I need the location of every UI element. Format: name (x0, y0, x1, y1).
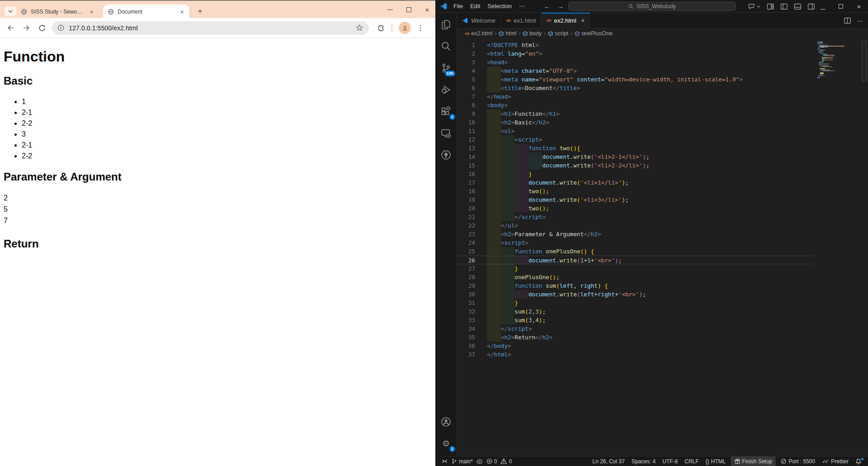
git-branch-status[interactable]: main* (449, 456, 475, 466)
code-line-6[interactable]: 6<title>Document</title> (457, 84, 814, 92)
minimap[interactable] (817, 42, 855, 78)
code-line-24[interactable]: 24<script> (457, 238, 814, 247)
new-tab-button[interactable]: + (195, 6, 205, 17)
code-line-31[interactable]: 31} (457, 299, 814, 307)
nav-back-icon[interactable]: ← (544, 3, 550, 10)
nav-forward-icon[interactable]: → (558, 3, 564, 10)
minimize-button[interactable] (814, 0, 832, 13)
menu-edit[interactable]: Edit (467, 1, 484, 11)
code-line-23[interactable]: 23<h2>Parameter & Argument</h2> (457, 230, 814, 238)
copilot-chat-button[interactable] (749, 4, 760, 10)
tab-ex2[interactable]: <> ex2.html × (541, 13, 590, 29)
language-mode[interactable]: {} HTML (704, 456, 728, 466)
tab-search-button[interactable] (5, 6, 16, 16)
code-line-14[interactable]: 14document.write('<li>2-1</li>'); (457, 152, 814, 161)
code-line-28[interactable]: 28onePlusOne(); (457, 273, 814, 281)
sync-changes-button[interactable] (475, 456, 485, 466)
code-line-2[interactable]: 2<html lang="en"> (457, 49, 814, 58)
code-line-19[interactable]: 19document.write('<li>3</li>'); (457, 195, 814, 204)
code-line-17[interactable]: 17document.write('<li>1</li>'); (457, 178, 814, 187)
code-line-30[interactable]: 30document.write(left+right+'<br>'); (457, 290, 814, 299)
forward-button[interactable] (20, 22, 32, 34)
code-line-29[interactable]: 29function sum(left, right) { (457, 281, 814, 290)
code-line-5[interactable]: 5<meta name="viewport" content="width=de… (457, 75, 814, 84)
url-text[interactable]: 127.0.0.1:5500/ex2.html (69, 24, 351, 32)
activity-github[interactable] (435, 144, 457, 166)
activity-run-debug[interactable] (435, 79, 457, 100)
menu-more[interactable]: ⋯ (515, 1, 529, 11)
code-line-3[interactable]: 3<head> (457, 58, 814, 67)
activity-explorer[interactable] (435, 14, 457, 35)
address-bar[interactable]: 127.0.0.1:5500/ex2.html (52, 21, 369, 35)
code-line-8[interactable]: 8<body> (457, 101, 814, 109)
code-line-35[interactable]: 35<h2>Return</h2> (457, 333, 814, 342)
code-line-16[interactable]: 16} (457, 170, 814, 178)
minimize-button[interactable] (387, 10, 393, 10)
menu-file[interactable]: File (450, 1, 467, 11)
code-line-36[interactable]: 36</body> (457, 342, 814, 350)
browser-menu-kebab-icon[interactable]: ⋮ (417, 24, 424, 32)
activity-source-control[interactable]: 10K (435, 57, 457, 79)
back-button[interactable] (5, 22, 16, 34)
code-line-27[interactable]: 27} (457, 264, 814, 273)
problems-warnings[interactable]: 0 (499, 456, 514, 466)
remote-indicator[interactable] (440, 456, 449, 466)
code-line-25[interactable]: 25function onePlusOne() { (457, 247, 814, 256)
finish-setup-button[interactable]: Finish Setup (731, 456, 776, 466)
toggle-panel-icon[interactable] (794, 4, 801, 10)
code-line-15[interactable]: 15document.write('<li>2-2</li>'); (457, 161, 814, 170)
breadcrumb-script[interactable]: script (548, 30, 568, 37)
code-line-33[interactable]: 33sum(3,4); (457, 316, 814, 324)
more-actions-icon[interactable]: ⋯ (857, 17, 863, 24)
profile-avatar[interactable] (399, 22, 411, 34)
maximize-button[interactable] (406, 7, 411, 12)
close-tab-icon[interactable]: × (581, 17, 585, 24)
breadcrumb-html[interactable]: html (499, 30, 516, 37)
settings-button[interactable]: ⚙ 1 (435, 433, 457, 454)
customize-layout-icon[interactable] (767, 4, 774, 10)
live-server-port[interactable]: Port : 5500 (779, 456, 817, 466)
code-line-37[interactable]: 37</html> (457, 350, 814, 359)
code-line-34[interactable]: 34</script> (457, 324, 814, 333)
menu-selection[interactable]: Selection (484, 1, 515, 11)
problems-errors[interactable]: 0 (485, 456, 499, 466)
breadcrumb-body[interactable]: body (523, 30, 542, 37)
code-line-11[interactable]: 11<ul> (457, 127, 814, 135)
breadcrumb-file[interactable]: <> ex2.html (465, 30, 492, 37)
split-editor-icon[interactable] (844, 18, 851, 24)
indentation[interactable]: Spaces: 4 (630, 456, 657, 466)
command-center-search[interactable]: SISS_Webstudy (568, 2, 736, 11)
site-info-icon[interactable] (57, 24, 64, 31)
browser-tab-siss-study[interactable]: SISS Study - Sewon Lee × (16, 5, 99, 19)
code-line-13[interactable]: 13function two(){ (457, 144, 814, 152)
tab-ex1[interactable]: <> ex1.html (501, 13, 541, 28)
code-editor[interactable]: 1<!DOCTYPE html>2<html lang="en">3<head>… (457, 38, 868, 456)
bookmark-star-icon[interactable] (356, 24, 363, 32)
code-line-4[interactable]: 4<meta charset="UTF-8"> (457, 67, 814, 75)
code-line-10[interactable]: 10<h2>Basic</h2> (457, 118, 814, 127)
breadcrumb-symbol[interactable]: onePlusOne (575, 30, 613, 37)
encoding[interactable]: UTF-8 (661, 456, 680, 466)
activity-remote-explorer[interactable] (435, 122, 457, 144)
extensions-puzzle-icon[interactable] (377, 24, 385, 32)
browser-tab-document[interactable]: Document × (103, 5, 189, 19)
close-tab-icon[interactable]: × (89, 9, 94, 15)
account-button[interactable] (435, 411, 457, 433)
close-button[interactable]: × (850, 0, 868, 13)
close-tab-icon[interactable]: × (179, 9, 185, 15)
close-button[interactable]: × (425, 6, 429, 13)
reload-button[interactable] (36, 22, 48, 34)
code-line-21[interactable]: 21</script> (457, 213, 814, 221)
code-line-32[interactable]: 32sum(2,3); (457, 307, 814, 316)
code-line-9[interactable]: 9<h1>Function</h1> (457, 109, 814, 118)
prettier-status[interactable]: ✓✓ Prettier (820, 456, 850, 466)
code-line-1[interactable]: 1<!DOCTYPE html> (457, 41, 814, 49)
code-line-22[interactable]: 22</ul> (457, 221, 814, 230)
tab-welcome[interactable]: Welcome (457, 13, 501, 28)
eol-sequence[interactable]: CRLF (683, 456, 701, 466)
code-line-18[interactable]: 18two(); (457, 187, 814, 195)
code-line-7[interactable]: 7</head> (457, 92, 814, 101)
maximize-button[interactable] (832, 0, 850, 13)
cursor-position[interactable]: Ln 26, Col 37 (591, 456, 626, 466)
toggle-sidebar-left-icon[interactable] (781, 4, 787, 10)
